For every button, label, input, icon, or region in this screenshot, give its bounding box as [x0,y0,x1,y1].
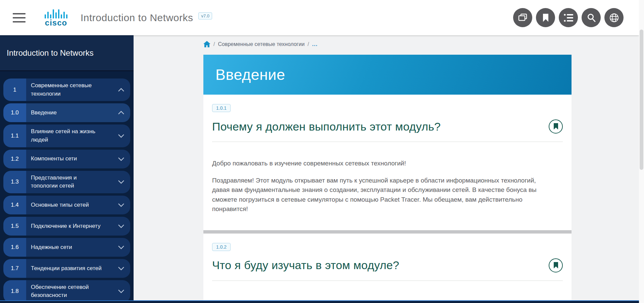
paragraph: Добро пожаловать в изучение современных … [212,159,551,168]
chevron-down-icon [117,289,125,293]
banner-title: Введение [215,66,285,84]
app-header: cisco Introduction to Networks v7.0 [0,0,639,35]
item-label: Тенденции развития сетей [31,264,102,273]
chevron-up-icon [117,111,125,115]
item-label: Представления и топологии сетей [31,174,103,190]
item-label: Основные типы сетей [31,201,89,209]
chevron-down-icon [117,134,125,138]
bookmark-section-icon[interactable] [549,258,563,272]
sidebar-course-title: Introduction to Networks [7,48,94,58]
breadcrumb-ellipsis[interactable]: ... [312,41,317,47]
section-heading: Что я буду изучать в этом модуле? [212,259,399,272]
item-number: 1.0 [3,103,26,122]
item-label: Обеспечение сетевой безопасности [31,283,103,300]
chevron-down-icon [117,266,125,270]
cisco-logo-text: cisco [45,19,67,27]
menu-icon[interactable] [12,12,27,23]
breadcrumb-separator: / [213,41,215,47]
content-area: / Современные сетевые технологии / ... В… [134,35,639,303]
sidebar-item-1-5[interactable]: 1.5 Подключение к Интернету [3,217,130,236]
item-number: 1 [3,79,26,101]
sidebar-item-1-6[interactable]: 1.6 Надежные сети [3,238,130,257]
breadcrumb-module-link[interactable]: Современные сетевые технологии [218,41,304,47]
heading-divider [212,281,563,281]
module-banner: Введение [203,55,572,95]
chevron-down-icon [117,180,125,184]
bookmark-section-icon[interactable] [549,119,563,134]
section-1-0-2: 1.0.2 Что я буду изучать в этом модуле? … [203,234,572,303]
item-label: Современные сетевые технологии [31,82,103,98]
item-number: 1.6 [3,238,26,257]
course-title: Introduction to Networks [81,12,193,23]
chevron-down-icon [117,224,125,228]
section-gap-divider [203,230,572,234]
item-number: 1.3 [3,171,26,193]
sidebar-item-1-2[interactable]: 1.2 Компоненты сети [3,150,130,168]
section-badge: 1.0.1 [212,104,231,112]
chevron-down-icon [117,203,125,207]
globe-icon[interactable] [604,8,624,27]
bookmark-icon[interactable] [536,8,555,27]
module-nav: 1 Современные сетевые технологии 1.0 Вве… [0,71,134,303]
pages-icon[interactable] [513,8,532,27]
home-icon[interactable] [203,41,210,47]
sidebar-item-1-8[interactable]: 1.8 Обеспечение сетевой безопасности [3,280,130,303]
item-label: Влияние сетей на жизнь людей [31,128,103,144]
item-number: 1.1 [3,124,26,147]
sidebar-item-module-1[interactable]: 1 Современные сетевые технологии [3,79,130,101]
cisco-logo-bars [45,8,67,18]
chevron-down-icon [117,245,125,249]
chevron-down-icon [117,157,125,161]
breadcrumb-separator: / [308,41,309,47]
section-badge: 1.0.2 [212,243,231,251]
section-1-0-1: 1.0.1 Почему я должен выполнить этот мод… [203,95,572,230]
bottom-bar [0,300,639,303]
list-icon[interactable] [559,8,578,27]
item-number: 1.7 [3,259,26,278]
cisco-logo: cisco [42,8,70,27]
item-number: 1.5 [3,217,26,236]
sidebar-item-1-3[interactable]: 1.3 Представления и топологии сетей [3,171,130,193]
item-number: 1.8 [3,280,26,303]
sidebar-header: Introduction to Networks [0,35,134,71]
page-scrollbar[interactable] [639,0,644,303]
paragraph: Поздравляем! Этот модуль открывает вам п… [212,176,551,214]
item-label: Введение [31,109,57,117]
breadcrumb: / Современные сетевые технологии / ... [203,35,572,47]
header-toolbar [513,8,624,27]
sidebar-item-1-4[interactable]: 1.4 Основные типы сетей [3,196,130,214]
version-badge: v7.0 [198,12,212,19]
item-label: Подключение к Интернету [31,222,101,231]
sidebar-item-1-0[interactable]: 1.0 Введение [3,103,130,122]
scrollbar-thumb[interactable] [640,30,643,170]
course-sidebar: Introduction to Networks 1 Современные с… [0,35,134,303]
section-heading: Почему я должен выполнить этот модуль? [212,120,441,133]
item-label: Компоненты сети [31,155,77,163]
item-label: Надежные сети [31,243,72,252]
item-number: 1.4 [3,196,26,214]
sidebar-item-1-7[interactable]: 1.7 Тенденции развития сетей [3,259,130,278]
item-number: 1.2 [3,150,26,168]
chevron-up-icon [117,88,125,92]
sidebar-item-1-1[interactable]: 1.1 Влияние сетей на жизнь людей [3,124,130,147]
heading-divider [212,142,563,142]
search-icon[interactable] [582,8,601,27]
